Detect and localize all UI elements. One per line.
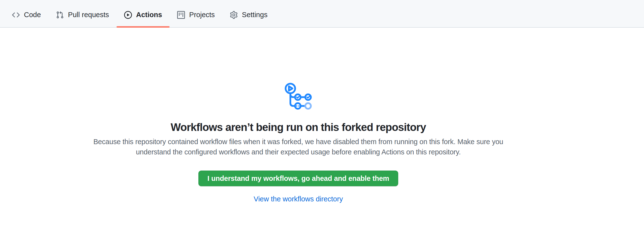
tab-pull-requests-label: Pull requests <box>68 11 109 18</box>
tab-code-label: Code <box>24 11 41 18</box>
view-workflows-link[interactable]: View the workflows directory <box>254 195 343 203</box>
enable-workflows-button[interactable]: I understand my workflows, go ahead and … <box>198 170 398 186</box>
project-icon <box>177 11 185 19</box>
code-icon <box>12 11 20 19</box>
page-title: Workflows aren’t being run on this forke… <box>171 120 426 134</box>
tab-projects-label: Projects <box>189 11 215 18</box>
active-tab-underline <box>116 26 170 28</box>
tab-code[interactable]: Code <box>4 0 48 27</box>
tab-pull-requests[interactable]: Pull requests <box>48 0 116 27</box>
blankslate-description: Because this repository contained workfl… <box>83 137 513 157</box>
tab-actions-label: Actions <box>136 11 162 18</box>
tab-settings[interactable]: Settings <box>222 0 275 27</box>
tab-actions[interactable]: Actions <box>116 0 170 27</box>
workflow-graph-icon <box>284 83 312 110</box>
play-icon <box>124 11 132 19</box>
repo-tab-bar: Code Pull requests Actions Projects Sett… <box>0 0 644 28</box>
blankslate: Workflows aren’t being run on this forke… <box>0 28 596 203</box>
main-content: Workflows aren’t being run on this forke… <box>0 28 644 203</box>
gear-icon <box>230 11 238 19</box>
git-pull-request-icon <box>56 11 64 19</box>
tab-projects[interactable]: Projects <box>170 0 222 27</box>
tab-settings-label: Settings <box>242 11 268 18</box>
